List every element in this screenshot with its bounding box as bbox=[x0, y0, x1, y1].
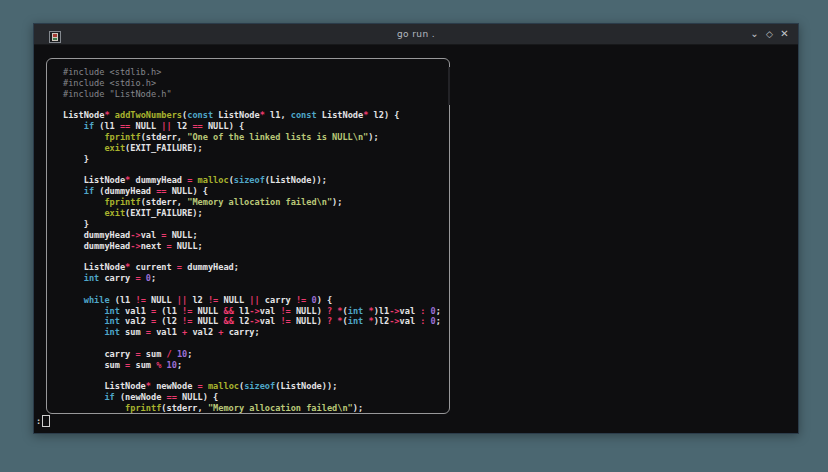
code-float-window: #include <stdlib.h>#include <stdio.h>#in… bbox=[46, 58, 450, 414]
code-line: } bbox=[63, 154, 449, 165]
terminal-content[interactable]: #include <stdlib.h>#include <stdio.h>#in… bbox=[34, 45, 798, 433]
code-line: while (l1 != NULL || l2 != NULL || carry… bbox=[63, 295, 449, 306]
code-line bbox=[63, 284, 449, 295]
code-line: exit(EXIT_FAILURE); bbox=[63, 143, 449, 154]
terminal-app-icon[interactable] bbox=[49, 28, 61, 40]
code-line: ListNode* current = dummyHead; bbox=[63, 262, 449, 273]
code-line: if (newNode == NULL) { bbox=[63, 392, 449, 403]
code-line: int sum = val1 + val2 + carry; bbox=[63, 327, 449, 338]
code-line: exit(EXIT_FAILURE); bbox=[63, 208, 449, 219]
code-line: fprintf(stderr, "One of the linked lists… bbox=[63, 132, 449, 143]
code-line: if (l1 == NULL || l2 == NULL) { bbox=[63, 121, 449, 132]
minimize-icon[interactable]: ⌄ bbox=[747, 24, 762, 44]
code-line bbox=[63, 100, 449, 111]
code-line: fprintf(stderr, "Memory allocation faile… bbox=[63, 197, 449, 208]
code-line: int val1 = (l1 != NULL && l1->val != NUL… bbox=[63, 306, 449, 317]
window-titlebar[interactable]: go run . ⌄ ◇ ✕ bbox=[34, 24, 798, 45]
scrollbar-thumb[interactable] bbox=[448, 67, 450, 105]
code-line: ListNode* addTwoNumbers(const ListNode* … bbox=[63, 110, 449, 121]
code-line bbox=[63, 251, 449, 262]
code-line: } bbox=[63, 219, 449, 230]
code-line: dummyHead->val = NULL; bbox=[63, 230, 449, 241]
code-line: int val2 = (l2 != NULL && l2->val != NUL… bbox=[63, 316, 449, 327]
code-line: dummyHead->next = NULL; bbox=[63, 241, 449, 252]
window-title: go run . bbox=[34, 29, 798, 39]
code-line bbox=[63, 371, 449, 382]
code-line: ListNode* dummyHead = malloc(sizeof(List… bbox=[63, 175, 449, 186]
cmdline-prompt: : bbox=[36, 416, 41, 426]
code-line: sum = sum % 10; bbox=[63, 360, 449, 371]
code-line: #include <stdlib.h> bbox=[63, 67, 449, 78]
code-line: carry = sum / 10; bbox=[63, 349, 449, 360]
terminal-window: go run . ⌄ ◇ ✕ #include <stdlib.h>#inclu… bbox=[33, 23, 799, 434]
code-line: #include "ListNode.h" bbox=[63, 89, 449, 100]
window-controls: ⌄ ◇ ✕ bbox=[747, 24, 792, 44]
maximize-icon[interactable]: ◇ bbox=[762, 24, 777, 44]
text-cursor bbox=[42, 415, 50, 427]
code-line: fprintf(stderr, "Memory allocation faile… bbox=[63, 403, 449, 414]
code-line: #include <stdio.h> bbox=[63, 78, 449, 89]
code-line bbox=[63, 165, 449, 176]
vim-command-line: : bbox=[36, 415, 50, 427]
code-line: ListNode* newNode = malloc(sizeof(ListNo… bbox=[63, 381, 449, 392]
code-line bbox=[63, 338, 449, 349]
code-lines: #include <stdlib.h>#include <stdio.h>#in… bbox=[63, 67, 449, 414]
close-icon[interactable]: ✕ bbox=[777, 24, 792, 44]
code-line: if (dummyHead == NULL) { bbox=[63, 186, 449, 197]
code-line: int carry = 0; bbox=[63, 273, 449, 284]
